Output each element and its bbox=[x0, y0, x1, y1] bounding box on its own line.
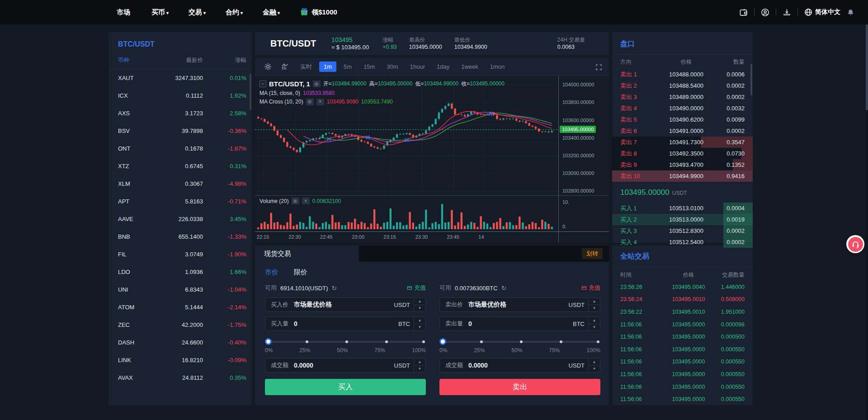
customer-service-button[interactable] bbox=[846, 235, 864, 253]
ask-row[interactable]: 卖出 5 103490.6200 0.0099 bbox=[612, 114, 753, 125]
order-type-tab[interactable]: 市价 bbox=[265, 268, 278, 277]
notifications-bell-icon[interactable] bbox=[847, 9, 854, 16]
ask-row[interactable]: 卖出 9 103493.4700 0.1352 bbox=[612, 159, 753, 170]
sell-amount-input[interactable]: 卖出量 0 BTC ▲▼ bbox=[439, 316, 600, 331]
step-up[interactable]: ▲ bbox=[589, 359, 600, 366]
interval-button[interactable]: 30m bbox=[382, 61, 402, 72]
buy-button[interactable]: 买入 bbox=[265, 379, 426, 395]
watchlist-row[interactable]: BNB 655.1400 -1.33% bbox=[109, 228, 252, 245]
language-selector[interactable]: 简体中文 bbox=[804, 8, 840, 16]
ask-row[interactable]: 卖出 1 103488.0000 0.0006 bbox=[612, 69, 753, 80]
price-axis[interactable]: 104000.00000103800.00000103600.000001034… bbox=[558, 76, 609, 195]
volume-remove-icon[interactable]: × bbox=[302, 198, 310, 204]
refresh-balance-icon[interactable]: ↻ bbox=[332, 284, 337, 292]
order-type-tab[interactable]: 限价 bbox=[294, 268, 307, 277]
watchlist-row[interactable]: ICX 0.1112 1.92% bbox=[109, 87, 252, 104]
refresh-balance-icon[interactable]: ↻ bbox=[501, 284, 507, 292]
ma-cross-remove-icon[interactable]: × bbox=[316, 99, 324, 105]
watchlist-row[interactable]: AXS 3.1723 2.58% bbox=[109, 104, 252, 122]
watchlist-row[interactable]: XLM 0.3067 -4.98% bbox=[109, 175, 252, 193]
slider-percent-label[interactable]: 50% bbox=[337, 347, 348, 354]
ask-row[interactable]: 卖出 2 103488.5400 0.0002 bbox=[612, 80, 753, 91]
step-up[interactable]: ▲ bbox=[414, 359, 425, 366]
time-axis[interactable]: 22:1522:3022:4523:0023:1523:3023:4514 bbox=[255, 231, 558, 242]
interval-button[interactable]: 1mon bbox=[486, 61, 509, 72]
slider-percent-label[interactable]: 100% bbox=[412, 347, 426, 354]
ask-row[interactable]: 卖出 4 103490.0000 0.0032 bbox=[612, 103, 753, 114]
nav-menu-item[interactable]: 市场 bbox=[117, 8, 132, 17]
buy-amount-input[interactable]: 买入量 0 BTC ▲▼ bbox=[265, 316, 426, 331]
ask-row[interactable]: 卖出 3 103489.0000 0.0002 bbox=[612, 91, 753, 103]
page-scrollbar[interactable] bbox=[866, 24, 868, 420]
sell-percent-slider[interactable] bbox=[440, 338, 599, 344]
step-up[interactable]: ▲ bbox=[589, 298, 600, 305]
watchlist-row[interactable]: FIL 3.0749 -1.90% bbox=[109, 245, 252, 263]
slider-percent-label[interactable]: 50% bbox=[511, 347, 522, 354]
buy-price-input[interactable]: 买入价 市场最优价格 USDT ▲▼ bbox=[265, 297, 426, 312]
ask-row[interactable]: 卖出 7 103491.7300 0.3547 bbox=[612, 137, 753, 148]
ask-row[interactable]: 卖出 6 103491.0000 0.0002 bbox=[612, 125, 753, 137]
indicators-icon[interactable] bbox=[278, 61, 291, 73]
nav-menu-item[interactable]: 合约▾ bbox=[226, 8, 243, 17]
slider-percent-label[interactable]: 0% bbox=[265, 347, 273, 354]
fullscreen-icon[interactable] bbox=[595, 62, 603, 71]
watchlist-row[interactable]: UNI 6.8343 -1.04% bbox=[109, 281, 252, 298]
step-down[interactable]: ▼ bbox=[589, 366, 600, 373]
account-icon[interactable] bbox=[761, 8, 769, 17]
step-down[interactable]: ▼ bbox=[589, 324, 600, 331]
slider-handle[interactable] bbox=[439, 338, 446, 345]
order-book-scrollbar[interactable] bbox=[750, 64, 752, 95]
step-up[interactable]: ▲ bbox=[414, 298, 425, 305]
ma-cross-settings-gear-icon[interactable] bbox=[306, 99, 314, 105]
interval-button[interactable]: 1week bbox=[457, 61, 483, 72]
promo-bonus-button[interactable]: 领$1000 bbox=[300, 8, 337, 17]
download-app-icon[interactable] bbox=[783, 8, 791, 17]
wallet-icon[interactable] bbox=[739, 8, 748, 17]
interval-button[interactable]: 1m bbox=[319, 61, 336, 72]
step-down[interactable]: ▼ bbox=[589, 305, 600, 312]
volume-settings-gear-icon[interactable] bbox=[292, 198, 299, 204]
chart-settings-gear-icon[interactable] bbox=[261, 61, 274, 73]
interval-button[interactable]: 15m bbox=[359, 61, 379, 72]
interval-button[interactable]: 1hour bbox=[406, 61, 429, 72]
step-down[interactable]: ▼ bbox=[414, 324, 425, 331]
watchlist-row[interactable]: XTZ 0.6745 0.31% bbox=[109, 157, 252, 175]
collapse-legend-icon[interactable]: − bbox=[259, 80, 266, 87]
bid-row[interactable]: 买入 3 103512.8300 0.0002 bbox=[612, 225, 753, 236]
step-down[interactable]: ▼ bbox=[414, 305, 425, 312]
volume-axis[interactable]: 10.0. bbox=[558, 195, 609, 231]
slider-percent-label[interactable]: 75% bbox=[374, 347, 385, 354]
slider-percent-label[interactable]: 25% bbox=[474, 347, 485, 354]
slider-percent-label[interactable]: 0% bbox=[439, 347, 447, 354]
buy-recharge-link[interactable]: 充值 bbox=[407, 284, 426, 292]
slider-percent-label[interactable]: 25% bbox=[299, 347, 310, 354]
watchlist-row[interactable]: AAVE 226.0338 3.45% bbox=[109, 210, 252, 228]
watchlist-row[interactable]: ATOM 5.1444 -2.14% bbox=[109, 298, 252, 316]
buy-total-input[interactable]: 成交额 0.0000 USDT ▲▼ bbox=[265, 358, 426, 373]
sell-button[interactable]: 卖出 bbox=[439, 379, 600, 395]
bid-row[interactable]: 买入 1 103513.0100 0.0004 bbox=[612, 203, 753, 214]
step-up[interactable]: ▲ bbox=[414, 317, 425, 324]
step-up[interactable]: ▲ bbox=[589, 317, 600, 324]
sell-price-input[interactable]: 卖出价 市场最优价格 USDT ▲▼ bbox=[439, 297, 600, 312]
transfer-button[interactable]: 划转 bbox=[582, 248, 603, 259]
volume-pane[interactable]: Volume (20) × 0.00632100 bbox=[255, 195, 558, 231]
slider-percent-label[interactable]: 75% bbox=[549, 347, 560, 354]
watchlist-row[interactable]: DASH 24.6600 -0.40% bbox=[109, 334, 252, 351]
ask-row[interactable]: 卖出 8 103492.3500 0.0730 bbox=[612, 148, 753, 159]
interval-button[interactable]: 1day bbox=[432, 61, 454, 72]
ask-row[interactable]: 卖出 10 103494.9900 0.9416 bbox=[612, 170, 753, 182]
slider-percent-label[interactable]: 100% bbox=[586, 347, 600, 354]
watchlist-scrollbar[interactable] bbox=[250, 74, 251, 110]
column-change[interactable]: 涨幅 bbox=[203, 57, 246, 64]
column-last-price[interactable]: 最新价 bbox=[161, 57, 203, 64]
bid-row[interactable]: 买入 2 103513.0000 0.0019 bbox=[612, 214, 753, 225]
watchlist-row[interactable]: XAUT 3247.3100 0.01% bbox=[109, 69, 252, 87]
buy-percent-slider[interactable] bbox=[266, 338, 425, 344]
nav-menu-item[interactable]: 金融▾ bbox=[263, 8, 280, 17]
column-symbol[interactable]: 币种 bbox=[118, 57, 161, 64]
sell-recharge-link[interactable]: 充值 bbox=[581, 284, 600, 292]
nav-menu-item[interactable]: 买币▾ bbox=[151, 8, 169, 17]
symbol-settings-gear-icon[interactable] bbox=[313, 80, 321, 87]
watchlist-row[interactable]: ZEC 42.2000 -1.75% bbox=[109, 316, 252, 334]
